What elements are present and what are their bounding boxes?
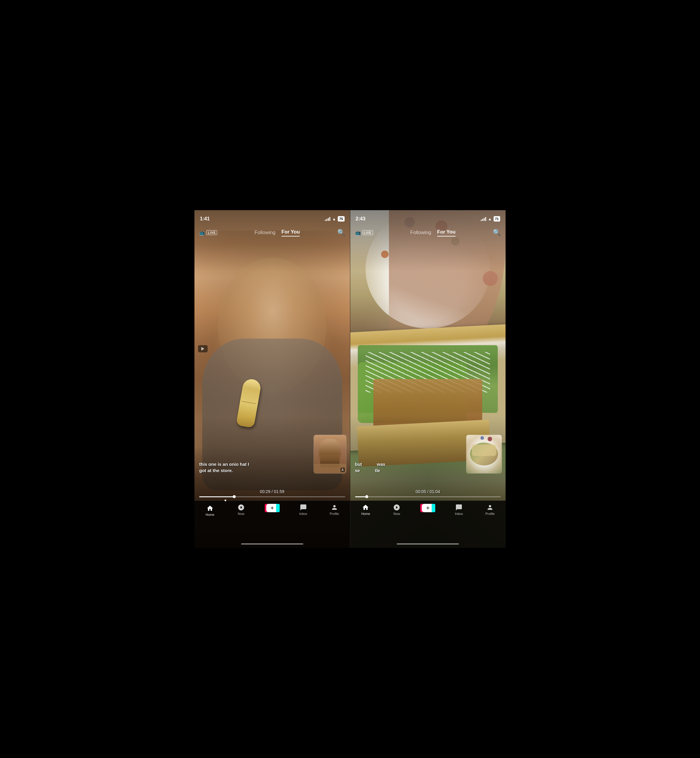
plus-symbol-right: +	[426, 505, 430, 511]
caption-right-tle: tle	[375, 468, 380, 473]
live-label-right: LIVE	[362, 230, 373, 235]
search-icon-left[interactable]: 🔍	[337, 229, 345, 236]
phone-right: but was se tle	[350, 210, 506, 548]
progress-total-right: 01:04	[430, 489, 440, 494]
nav-profile-left[interactable]: Profile	[319, 504, 350, 515]
nav-home-left[interactable]: Home	[194, 504, 225, 517]
signal-bar-3	[328, 218, 329, 221]
signal-bars-left	[325, 217, 330, 221]
home-icon-left	[206, 505, 214, 512]
progress-dot-left	[233, 495, 236, 498]
nav-profile-right[interactable]: Profile	[475, 504, 506, 515]
plus-button-right[interactable]: +	[422, 504, 434, 512]
caption-line1: this one is an onio	[199, 462, 239, 467]
foryou-tab-right[interactable]: For You	[437, 229, 455, 236]
plus-button-left[interactable]: +	[266, 504, 278, 512]
signal-bar-1	[325, 220, 326, 221]
progress-container-right[interactable]: 00:05 / 01:04	[350, 489, 506, 497]
nav-tabs-left: Following For You	[255, 229, 300, 236]
nav-tabs-right: Following For You	[410, 229, 455, 236]
status-icons-right: ▲ 71	[481, 216, 500, 222]
now-icon-right	[393, 504, 400, 511]
profile-icon-left	[331, 504, 338, 511]
now-icon-left	[238, 504, 245, 511]
nav-header-right: 📺 LIVE Following For You 🔍	[350, 225, 506, 240]
thumbnail-preview-left[interactable]: A	[314, 435, 347, 474]
live-label-left: LIVE	[206, 230, 217, 235]
nav-header-left: 📺 LIVE Following For You 🔍	[194, 225, 350, 240]
caption-suffix: hat I	[240, 462, 249, 467]
nav-now-right[interactable]: Now	[381, 504, 412, 515]
plus-btn-cyan-r	[432, 504, 435, 512]
nav-home-right[interactable]: Home	[350, 504, 381, 515]
progress-fill-left	[199, 496, 234, 497]
phone-left: this one is an onio hat I got at the sto…	[194, 210, 350, 548]
thumbnail-preview-right[interactable]	[466, 435, 502, 474]
status-time-right: 2:43	[356, 216, 366, 222]
caption-right-2: se	[355, 468, 360, 473]
signal-bar-2	[327, 219, 327, 221]
tv-icon-right: 📺	[355, 230, 361, 236]
following-tab-left[interactable]: Following	[255, 230, 275, 236]
inbox-icon-left	[300, 504, 307, 511]
foryou-tab-left[interactable]: For You	[281, 229, 300, 236]
status-time-left: 1:41	[200, 216, 210, 222]
nav-plus-right[interactable]: +	[412, 504, 443, 512]
bottom-nav-left: Home Now +	[194, 501, 350, 548]
nav-home-label-left: Home	[206, 513, 214, 517]
home-indicator-left	[241, 543, 303, 545]
profile-icon-right	[486, 504, 494, 511]
progress-total-left: 01:59	[274, 489, 284, 494]
progress-bar-left[interactable]	[199, 496, 345, 497]
nav-inbox-label-left: Inbox	[299, 512, 307, 515]
status-bar-left: 1:41 ▲ 75	[194, 210, 350, 225]
progress-container-left[interactable]: 00:29 / 01:59	[194, 489, 350, 497]
nav-profile-label-right: Profile	[485, 512, 494, 515]
nav-inbox-left[interactable]: Inbox	[288, 504, 319, 515]
nav-plus-left[interactable]: +	[257, 504, 288, 512]
caption-right-1: but	[355, 462, 362, 467]
translate-icon: A	[341, 468, 345, 472]
home-icon-right	[362, 504, 369, 511]
tv-icon-left: 📺	[199, 230, 205, 236]
battery-value-right: 71	[495, 217, 499, 221]
captions-left: this one is an onio hat I got at the sto…	[199, 461, 314, 474]
nav-inbox-right[interactable]: Inbox	[443, 504, 475, 515]
following-tab-right[interactable]: Following	[410, 230, 431, 236]
nav-now-label-left: Now	[238, 512, 244, 515]
tab-underline-right	[437, 236, 455, 236]
signal-bars-right	[481, 217, 486, 221]
caption-line2: got at the store.	[199, 468, 233, 473]
signal-bar-4	[330, 217, 330, 221]
progress-current-left: 00:29	[260, 489, 270, 494]
progress-bar-right[interactable]	[355, 496, 501, 497]
home-indicator-right	[397, 543, 459, 545]
nav-now-label-right: Now	[394, 512, 400, 515]
live-badge-right[interactable]: 📺 LIVE	[355, 230, 373, 236]
wifi-icon-right: ▲	[488, 217, 492, 221]
nav-inbox-label-right: Inbox	[455, 512, 463, 515]
progress-separator-right: /	[427, 489, 430, 494]
home-active-dot-left	[225, 500, 226, 501]
nav-profile-label-left: Profile	[330, 512, 339, 515]
live-badge-left[interactable]: 📺 LIVE	[199, 230, 217, 236]
progress-dot-right	[365, 495, 368, 498]
captions-right: but was se tle	[355, 461, 467, 474]
status-icons-left: ▲ 75	[325, 216, 344, 222]
inbox-icon-right	[455, 504, 462, 511]
battery-right: 71	[494, 216, 500, 222]
youtube-icon[interactable]	[198, 345, 208, 352]
search-icon-right[interactable]: 🔍	[493, 229, 501, 236]
nav-now-left[interactable]: Now	[225, 504, 257, 515]
plus-symbol-left: +	[270, 505, 274, 511]
battery-value-left: 75	[339, 217, 343, 221]
bottom-nav-right: Home Now +	[350, 501, 506, 548]
battery-left: 75	[338, 216, 344, 222]
wifi-icon-left: ▲	[332, 217, 336, 221]
caption-right-was: was	[377, 462, 385, 467]
nav-home-label-right: Home	[361, 512, 370, 515]
tab-underline-left	[281, 236, 300, 236]
plus-btn-cyan	[276, 504, 280, 512]
progress-separator-left: /	[272, 489, 274, 494]
status-bar-right: 2:43 ▲ 71	[350, 210, 506, 225]
